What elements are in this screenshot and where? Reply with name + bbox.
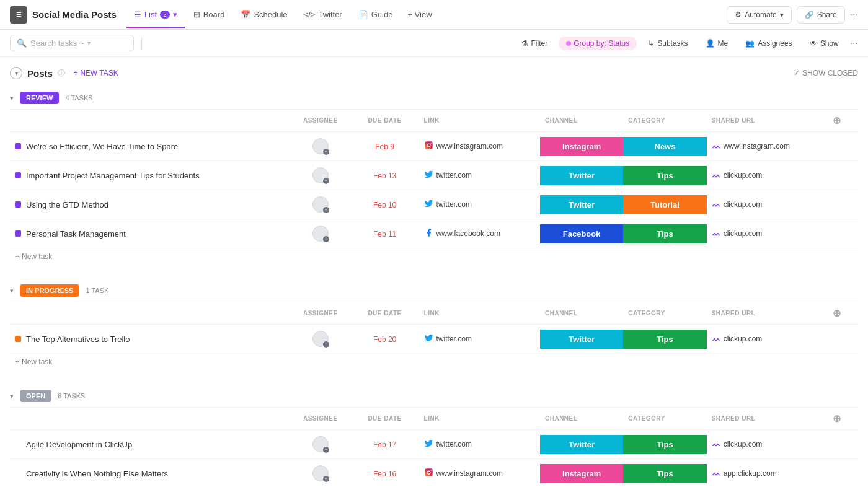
task-name-cell[interactable]: Personal Task Management: [10, 219, 290, 248]
link-url: www.facebook.com: [436, 229, 500, 238]
open-table: ASSIGNEE DUE DATE LINK CHANNEL CATEGORY …: [10, 408, 858, 487]
tab-twitter[interactable]: </> Twitter: [296, 6, 350, 23]
col-header-add-ip: ⊕: [828, 302, 858, 325]
header: ☰ Social Media Posts ☰ List 2 ▾ ⊞ Board …: [0, 0, 868, 30]
task-bullet: [15, 470, 21, 476]
add-column-open[interactable]: ⊕: [833, 413, 841, 424]
show-button[interactable]: 👁 Show: [804, 36, 845, 51]
tab-guide[interactable]: 📄 Guide: [351, 6, 401, 23]
tab-list[interactable]: ☰ List 2 ▾: [126, 6, 185, 23]
tab-schedule[interactable]: 📅 Schedule: [233, 6, 294, 23]
check-icon: ✓: [794, 69, 800, 77]
group-review-toggle[interactable]: ▾: [10, 94, 14, 102]
subtasks-button[interactable]: ↳ Subtasks: [642, 36, 694, 51]
task-bullet: [15, 143, 21, 149]
task-name-cell[interactable]: Using the GTD Method: [10, 190, 290, 219]
table-row[interactable]: Important Project Management Tips for St…: [10, 161, 858, 190]
search-box[interactable]: 🔍 Search tasks ~ ▾: [10, 35, 134, 51]
link-cell[interactable]: twitter.com: [419, 430, 540, 459]
avatar[interactable]: [312, 138, 329, 154]
channel-badge: Facebook: [540, 224, 623, 244]
tab-twitter-label: Twitter: [318, 10, 342, 19]
avatar[interactable]: [312, 196, 329, 213]
assignees-button[interactable]: 👥 Assignees: [739, 36, 798, 51]
automate-button[interactable]: ⚙ Automate ▾: [727, 6, 791, 24]
avatar[interactable]: [312, 465, 329, 481]
shared-url-cell[interactable]: clickup.com: [707, 325, 828, 354]
more-options-icon[interactable]: ···: [850, 9, 858, 20]
clickup-shared-icon: [712, 141, 720, 152]
me-button[interactable]: 👤 Me: [699, 36, 735, 51]
avatar[interactable]: [312, 167, 329, 183]
avatar[interactable]: [312, 436, 329, 452]
share-button[interactable]: 🔗 Share: [797, 6, 845, 24]
svg-point-5: [430, 470, 432, 471]
svg-rect-3: [425, 468, 433, 476]
automate-chevron-icon: ▾: [780, 11, 784, 19]
add-column-review[interactable]: ⊕: [833, 115, 841, 126]
toolbar-more-icon[interactable]: ···: [850, 38, 858, 49]
table-row[interactable]: Creativity is When Nothing Else Matters …: [10, 459, 858, 488]
link-cell[interactable]: twitter.com: [419, 161, 540, 190]
posts-toggle[interactable]: ▾: [10, 67, 22, 79]
open-task-count: 8 TASKS: [58, 392, 85, 400]
chevron-down-icon: ▾: [173, 10, 177, 19]
link-url: www.instagram.com: [436, 142, 503, 151]
svg-point-2: [430, 143, 432, 144]
shared-url-cell[interactable]: clickup.com: [707, 161, 828, 190]
channel-cell: Twitter: [540, 190, 623, 219]
add-view-button[interactable]: + View: [401, 6, 438, 23]
filter-button[interactable]: ⚗ Filter: [515, 36, 554, 51]
add-column-ip[interactable]: ⊕: [833, 308, 841, 318]
col-header-add-review: ⊕: [828, 110, 858, 132]
new-task-button[interactable]: + NEW TASK: [70, 68, 122, 79]
group-by-button[interactable]: Group by: Status: [559, 37, 637, 50]
shared-url: clickup.com: [724, 229, 763, 238]
group-inprogress-toggle[interactable]: ▾: [10, 287, 14, 295]
channel-badge: Twitter: [540, 435, 623, 454]
avatar[interactable]: [312, 226, 329, 242]
table-row[interactable]: Personal Task Management Feb 11 www.face…: [10, 219, 858, 248]
shared-url-cell[interactable]: app.clickup.com: [707, 459, 828, 488]
channel-cell: Instagram: [540, 132, 623, 161]
group-open-toggle[interactable]: ▾: [10, 392, 14, 400]
task-name-cell[interactable]: The Top Alternatives to Trello: [10, 325, 290, 354]
row-action-cell: [828, 325, 858, 354]
task-name: Important Project Management Tips for St…: [26, 171, 200, 180]
category-cell: Tips: [623, 459, 706, 488]
shared-url-cell[interactable]: clickup.com: [707, 430, 828, 459]
tab-board[interactable]: ⊞ Board: [186, 6, 232, 23]
link-cell[interactable]: www.instagram.com: [419, 459, 540, 488]
due-date: Feb 17: [373, 441, 396, 449]
table-row[interactable]: The Top Alternatives to Trello Feb 20 tw…: [10, 325, 858, 354]
task-name-cell[interactable]: We're so Efficient, We Have Time to Spar…: [10, 132, 290, 161]
task-name-cell[interactable]: Creativity is When Nothing Else Matters: [10, 459, 290, 488]
table-row[interactable]: We're so Efficient, We Have Time to Spar…: [10, 132, 858, 161]
col-header-sharedurl-ip: SHARED URL: [707, 302, 828, 325]
row-action-cell: [828, 161, 858, 190]
shared-url-cell[interactable]: clickup.com: [707, 190, 828, 219]
link-cell[interactable]: twitter.com: [419, 325, 540, 354]
table-row[interactable]: Using the GTD Method Feb 10 twitter.com: [10, 190, 858, 219]
task-name-cell[interactable]: Important Project Management Tips for St…: [10, 161, 290, 190]
posts-info-icon[interactable]: ⓘ: [58, 68, 65, 79]
tab-guide-label: Guide: [371, 10, 393, 19]
shared-url-cell[interactable]: www.instagram.com: [707, 132, 828, 161]
show-closed-button[interactable]: ✓ SHOW CLOSED: [794, 69, 858, 77]
add-task-inprogress[interactable]: + New task: [10, 354, 858, 370]
channel-badge: Twitter: [540, 166, 623, 185]
group-inprogress-header: ▾ IN PROGRESS 1 TASK: [10, 279, 858, 302]
link-cell[interactable]: www.instagram.com: [419, 132, 540, 161]
facebook-link-icon: [424, 228, 433, 239]
table-row[interactable]: Agile Development in ClickUp Feb 17 twit…: [10, 430, 858, 459]
link-cell[interactable]: www.facebook.com: [419, 219, 540, 248]
link-cell[interactable]: twitter.com: [419, 190, 540, 219]
add-task-review[interactable]: + New task: [10, 248, 858, 265]
content: ▾ Posts ⓘ + NEW TASK ✓ SHOW CLOSED ▾ REV…: [0, 57, 868, 487]
shared-url-cell[interactable]: clickup.com: [707, 219, 828, 248]
me-label: Me: [718, 39, 728, 48]
col-header-category-ip: CATEGORY: [623, 302, 706, 325]
clickup-shared-icon: [712, 170, 720, 181]
avatar[interactable]: [312, 331, 329, 347]
task-name-cell[interactable]: Agile Development in ClickUp: [10, 430, 290, 459]
